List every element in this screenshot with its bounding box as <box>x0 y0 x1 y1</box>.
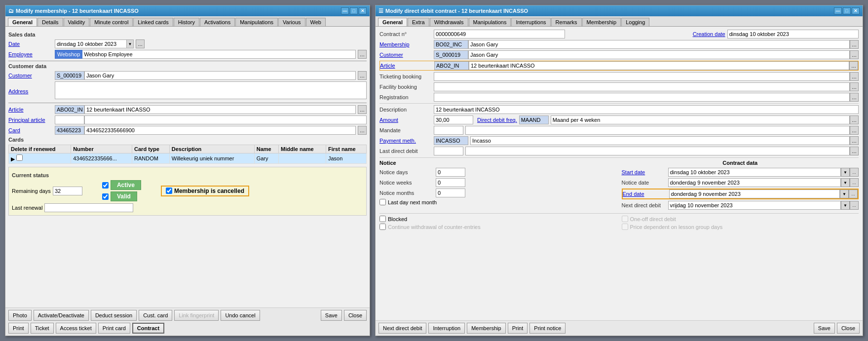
mandate-code[interactable] <box>434 126 463 135</box>
print-btn-right[interactable]: Print <box>508 323 528 334</box>
article-name[interactable]: 12 beurtenkaart INCASSO <box>84 105 356 114</box>
article-label[interactable]: Article <box>8 107 53 113</box>
tab-extra-right[interactable]: Extra <box>408 18 429 26</box>
right-article-name[interactable]: 12 beurtenkaart INCASSO <box>469 61 849 70</box>
print-card-btn[interactable]: Print card <box>98 323 130 334</box>
membership-dots-btn[interactable]: … <box>850 40 859 49</box>
close-btn-right[interactable]: Close <box>837 323 860 334</box>
tab-membership-right[interactable]: Membership <box>582 18 621 26</box>
ticket-btn[interactable]: Ticket <box>31 323 54 334</box>
minimize-btn[interactable]: — <box>341 7 349 14</box>
creation-date-value[interactable]: dinsdag 10 oktober 2023 <box>727 30 859 38</box>
direct-debit-freq-label[interactable]: Direct debit freq. <box>477 117 517 123</box>
photo-btn[interactable]: Photo <box>8 310 32 321</box>
tab-minute-control[interactable]: Minute control <box>90 18 133 26</box>
freq-desc[interactable]: Maand per 4 weken <box>551 115 850 124</box>
last-renewal-value[interactable] <box>44 203 133 212</box>
payment-dots-btn[interactable]: … <box>850 136 859 145</box>
end-date-cal-btn[interactable]: … <box>849 189 858 198</box>
date-input[interactable]: dinsdag 10 oktober 2023 ▼ <box>55 39 134 48</box>
card-number[interactable]: 4346522335666900 <box>84 126 356 135</box>
membership-code[interactable]: BO02_INC <box>434 40 468 49</box>
tab-details-left[interactable]: Details <box>38 18 63 26</box>
tab-logging[interactable]: Logging <box>621 18 649 26</box>
notice-weeks-value[interactable]: 0 <box>436 178 465 187</box>
undo-cancel-btn[interactable]: Undo cancel <box>221 310 260 321</box>
tab-withdrawals[interactable]: Withdrawals <box>430 18 468 26</box>
tab-remarks[interactable]: Remarks <box>551 18 582 26</box>
card-label[interactable]: Card <box>8 127 53 133</box>
card-dots-btn[interactable]: … <box>358 126 367 135</box>
facility-dots-btn[interactable]: … <box>850 82 859 91</box>
cancelled-checkbox[interactable] <box>166 188 172 194</box>
tab-general-right[interactable]: General <box>378 18 407 26</box>
notice-date-btn[interactable]: ▼ <box>841 178 850 187</box>
last-dd-dots-btn[interactable]: … <box>850 147 859 155</box>
end-date-btn[interactable]: ▼ <box>840 189 849 198</box>
print-btn-left[interactable]: Print <box>8 323 29 334</box>
tab-various-left[interactable]: Various <box>278 18 305 26</box>
next-direct-debit-btn[interactable]: Next direct debit <box>378 323 426 334</box>
right-customer-dots-btn[interactable]: … <box>850 50 859 59</box>
next-dd-btn[interactable]: ▼ <box>841 201 850 210</box>
right-article-code[interactable]: ABO2_IN <box>434 61 469 70</box>
next-dd-value[interactable]: vrijdag 10 november 2023 <box>668 201 841 210</box>
contract-no-value[interactable]: 0000000649 <box>434 30 565 38</box>
activate-deactivate-btn[interactable]: Activate/Deactivate <box>34 310 89 321</box>
right-customer-code[interactable]: S_000019 <box>434 50 468 59</box>
membership-btn-right[interactable]: Membership <box>467 323 506 334</box>
mandate-dots-btn[interactable]: … <box>850 126 859 135</box>
notice-days-value[interactable]: 0 <box>436 168 465 177</box>
tab-web-left[interactable]: Web <box>306 18 326 26</box>
print-notice-btn[interactable]: Print notice <box>529 323 566 334</box>
end-date-label[interactable]: End date <box>623 191 667 197</box>
one-off-checkbox[interactable] <box>622 216 628 222</box>
remaining-days-value[interactable]: 32 <box>53 187 82 195</box>
next-dd-cal-btn[interactable]: … <box>850 201 859 210</box>
start-date-cal-btn[interactable]: … <box>850 168 859 177</box>
tab-activations[interactable]: Activations <box>200 18 235 26</box>
delete-checkbox[interactable] <box>16 154 23 161</box>
price-dependent-checkbox[interactable] <box>622 224 628 230</box>
table-row[interactable]: ▶ 4346522335666... RANDOM Willekeurig un… <box>9 153 367 164</box>
amount-value[interactable]: 30,00 <box>434 115 473 124</box>
article-code[interactable]: ABO02_IN <box>55 105 84 114</box>
valid-checkbox[interactable] <box>102 193 109 200</box>
right-close-btn[interactable]: ✕ <box>852 7 860 14</box>
membership-name[interactable]: Jason Gary <box>468 40 850 49</box>
card-code[interactable]: 43465223 <box>55 126 84 135</box>
customer-code[interactable]: S_000019 <box>55 71 84 80</box>
employee-code[interactable]: Webshop <box>55 50 82 59</box>
tab-linked-cards[interactable]: Linked cards <box>133 18 173 26</box>
tab-interruptions[interactable]: Interruptions <box>511 18 550 26</box>
active-checkbox[interactable] <box>102 182 109 189</box>
mandate-field[interactable] <box>465 126 850 135</box>
tab-manipulations-left[interactable]: Manipulations <box>235 18 278 26</box>
start-date-btn[interactable]: ▼ <box>841 168 850 177</box>
payment-method-code[interactable]: INCASSO <box>434 136 468 145</box>
article-dots-btn[interactable]: … <box>358 105 367 114</box>
notice-date-value[interactable]: donderdag 9 november 2023 <box>668 178 841 187</box>
principal-name[interactable] <box>84 115 367 124</box>
right-minimize-btn[interactable]: — <box>834 7 842 14</box>
description-value[interactable]: 12 beurtenkaart INCASSO <box>434 105 859 114</box>
date-arrow[interactable]: ▼ <box>126 40 133 48</box>
employee-name[interactable]: Webshop Employee <box>82 50 356 59</box>
continue-withdrawal-checkbox[interactable] <box>379 224 386 230</box>
customer-label[interactable]: Customer <box>8 73 53 78</box>
cust-card-btn[interactable]: Cust. card <box>139 310 172 321</box>
right-restore-btn[interactable]: □ <box>843 7 851 14</box>
facility-field[interactable] <box>434 82 850 91</box>
customer-name[interactable]: Jason Gary <box>84 71 356 80</box>
start-date-label[interactable]: Start date <box>622 169 666 175</box>
registration-field[interactable] <box>434 93 850 102</box>
notice-months-value[interactable]: 0 <box>436 189 465 197</box>
save-btn-right[interactable]: Save <box>814 323 835 334</box>
ticketing-field[interactable] <box>434 72 850 81</box>
date-dots-btn[interactable]: … <box>136 39 145 48</box>
customer-dots-btn[interactable]: … <box>358 71 367 80</box>
last-dd-code[interactable] <box>434 147 463 155</box>
blocked-checkbox[interactable] <box>379 216 386 222</box>
interruption-btn[interactable]: Interruption <box>428 323 465 334</box>
tab-general-left[interactable]: General <box>8 18 37 26</box>
